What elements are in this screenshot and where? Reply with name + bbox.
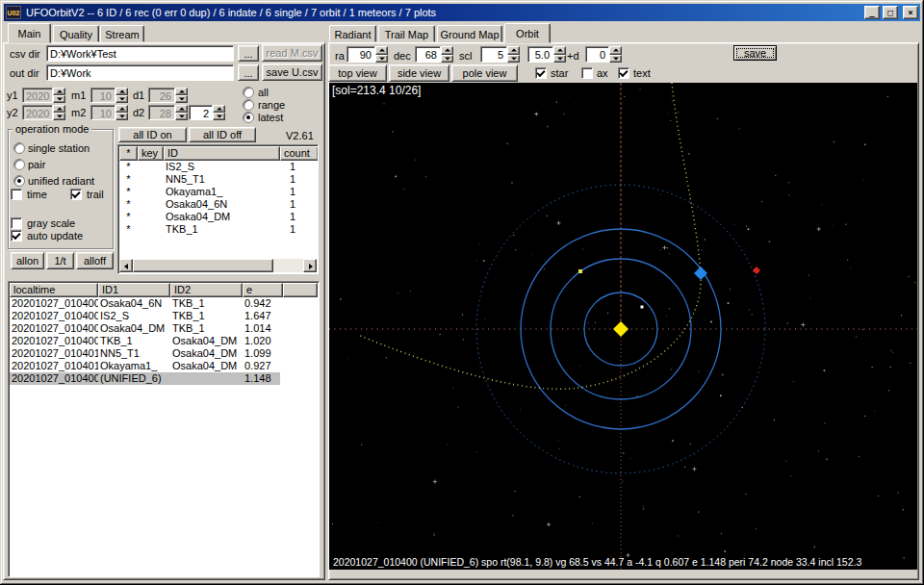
- tab-main[interactable]: Main: [8, 23, 51, 43]
- latest-count-spinner[interactable]: [213, 105, 225, 120]
- latest-count-field[interactable]: 2: [189, 105, 213, 120]
- id-table-hscroll[interactable]: [119, 259, 317, 272]
- spin-down-icon[interactable]: [507, 55, 520, 64]
- scl-field[interactable]: 5: [480, 46, 507, 63]
- orbit-plot-canvas[interactable]: [sol=213.4 10/26] 20201027_010400 (UNIFI…: [329, 83, 917, 570]
- radio-range[interactable]: [243, 99, 254, 111]
- scl2-field[interactable]: 5.0: [527, 46, 553, 63]
- spin-up-icon[interactable]: [609, 46, 622, 55]
- spin-up-icon[interactable]: [116, 88, 128, 95]
- m2-field[interactable]: 10: [90, 105, 116, 120]
- column-header[interactable]: ID: [164, 146, 280, 161]
- column-header[interactable]: e: [243, 283, 283, 297]
- ax-checkbox[interactable]: [581, 67, 593, 79]
- spin-down-icon[interactable]: [175, 95, 188, 103]
- id-table-row[interactable]: *IS2_S1: [119, 161, 317, 173]
- spin-up-icon[interactable]: [213, 105, 225, 113]
- out-dir-browse-button[interactable]: ...: [238, 64, 259, 81]
- plus-d-field[interactable]: 0: [585, 46, 609, 63]
- side-view-button[interactable]: side view: [389, 64, 449, 82]
- plus-d-spinner[interactable]: [609, 46, 622, 63]
- maximize-button[interactable]: □: [883, 6, 898, 19]
- spin-up-icon[interactable]: [53, 105, 65, 113]
- csv-dir-input[interactable]: D:¥Work¥Test: [46, 45, 234, 62]
- out-dir-input[interactable]: D:¥Work: [46, 64, 234, 81]
- tab-ground-map[interactable]: Ground Map: [437, 25, 502, 42]
- tab-radiant[interactable]: Radiant: [329, 25, 376, 42]
- event-table-row[interactable]: 20201027_010400IS2_STKB_11.647: [10, 310, 318, 322]
- y1-field[interactable]: 2020: [22, 88, 53, 103]
- tab-stream[interactable]: Stream: [100, 25, 144, 42]
- dec-spinner[interactable]: [441, 46, 453, 63]
- scroll-left-arrow-icon[interactable]: [119, 259, 133, 272]
- top-view-button[interactable]: top view: [328, 64, 387, 82]
- spin-down-icon[interactable]: [116, 95, 128, 103]
- csv-dir-browse-button[interactable]: ...: [238, 45, 259, 62]
- spin-down-icon[interactable]: [375, 55, 388, 64]
- minimize-button[interactable]: _: [864, 6, 880, 19]
- radio-latest[interactable]: [243, 112, 254, 123]
- d2-spinner[interactable]: [175, 105, 188, 120]
- event-table-row[interactable]: 20201027_010400Osaka04_DMTKB_11.014: [10, 322, 318, 335]
- spin-down-icon[interactable]: [116, 113, 128, 120]
- spin-down-icon[interactable]: [213, 113, 225, 120]
- one-t-button[interactable]: 1/t: [46, 252, 74, 269]
- m1-field[interactable]: 10: [90, 88, 116, 103]
- spin-down-icon[interactable]: [53, 95, 65, 103]
- all-id-off-button[interactable]: all ID off: [189, 127, 256, 142]
- scroll-thumb[interactable]: [133, 259, 273, 272]
- y2-spinner[interactable]: [53, 105, 65, 120]
- spin-down-icon[interactable]: [175, 113, 188, 120]
- scl2-spinner[interactable]: [553, 46, 566, 63]
- allon-button[interactable]: allon: [11, 252, 44, 269]
- dec-field[interactable]: 68: [415, 46, 441, 63]
- save-button[interactable]: save: [733, 45, 777, 61]
- tab-quality[interactable]: Quality: [53, 25, 99, 42]
- column-header[interactable]: ID2: [170, 283, 243, 297]
- spin-up-icon[interactable]: [175, 88, 188, 95]
- gray-scale-checkbox[interactable]: [11, 217, 22, 229]
- spin-up-icon[interactable]: [507, 46, 520, 55]
- ra-spinner[interactable]: [375, 46, 388, 63]
- id-table-row[interactable]: *Okayama1_1: [119, 186, 317, 198]
- spin-up-icon[interactable]: [53, 88, 65, 95]
- radio-single-station[interactable]: [13, 142, 25, 154]
- y1-spinner[interactable]: [53, 88, 65, 103]
- d2-field[interactable]: 28: [148, 105, 175, 120]
- alloff-button[interactable]: alloff: [76, 252, 114, 269]
- id-table-row[interactable]: *TKB_11: [119, 223, 317, 236]
- radio-pair[interactable]: [13, 159, 25, 170]
- save-ucsv-button[interactable]: save U.csv: [262, 64, 322, 81]
- column-header[interactable]: key: [138, 146, 164, 161]
- event-table-row[interactable]: 20201027_010400(UNIFIED_6)1.148: [10, 372, 280, 385]
- scroll-right-arrow-icon[interactable]: [303, 259, 317, 272]
- radio-unified-radiant[interactable]: [13, 175, 25, 187]
- auto-update-checkbox[interactable]: [11, 230, 22, 242]
- spin-up-icon[interactable]: [375, 46, 388, 55]
- event-table-row[interactable]: 20201027_010400TKB_1Osaka04_DM1.020: [10, 335, 318, 347]
- spin-down-icon[interactable]: [441, 55, 453, 64]
- m1-spinner[interactable]: [116, 88, 128, 103]
- text-checkbox[interactable]: [618, 67, 629, 79]
- spin-up-icon[interactable]: [116, 105, 128, 113]
- pole-view-button[interactable]: pole view: [451, 64, 518, 82]
- time-checkbox[interactable]: [11, 189, 22, 200]
- column-header[interactable]: count: [280, 146, 319, 161]
- ra-field[interactable]: 90: [346, 46, 375, 63]
- spin-down-icon[interactable]: [53, 113, 65, 120]
- column-header[interactable]: *: [119, 146, 138, 161]
- trail-checkbox[interactable]: [70, 189, 82, 200]
- title-bar[interactable]: U02 UFOOrbitV2 -- 6 ID / 6 rec (0 err 0 …: [4, 4, 920, 21]
- spin-up-icon[interactable]: [175, 105, 188, 113]
- event-table-row[interactable]: 20201027_010401Okayama1_Osaka04_DM0.927: [10, 360, 318, 372]
- y2-field[interactable]: 2020: [22, 105, 53, 120]
- tab-orbit[interactable]: Orbit: [504, 23, 551, 43]
- id-table-row[interactable]: *Osaka04_DM1: [119, 211, 317, 223]
- scroll-track[interactable]: [273, 259, 303, 272]
- d1-spinner[interactable]: [175, 88, 188, 103]
- id-table-row[interactable]: *NN5_T11: [119, 173, 317, 186]
- m2-spinner[interactable]: [116, 105, 128, 120]
- spin-down-icon[interactable]: [609, 55, 622, 64]
- spin-up-icon[interactable]: [553, 46, 566, 55]
- column-header[interactable]: ID1: [98, 283, 170, 297]
